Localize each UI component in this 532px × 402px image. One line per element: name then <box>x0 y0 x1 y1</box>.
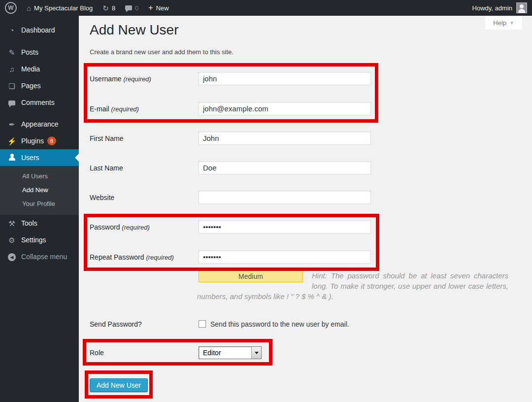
help-label: Help <box>493 19 506 27</box>
updates-link[interactable]: ↻ 8 <box>98 0 120 16</box>
sidebar-item-label: Tools <box>21 219 37 227</box>
sidebar-item-label: Appearance <box>21 120 59 128</box>
send-password-label: Send Password? <box>90 320 199 328</box>
admin-bar: W ⌂ My Spectacular Blog ↻ 8 0 + New Howd… <box>0 0 532 16</box>
wordpress-logo-menu[interactable]: W <box>0 0 22 16</box>
updates-icon: ↻ <box>102 4 109 12</box>
admin-sidebar: ◔ Dashboard ✎ Posts ♫ Media ❏ Pages Comm… <box>0 16 79 402</box>
wordpress-logo-icon: W <box>5 2 17 14</box>
sidebar-item-tools[interactable]: ⚒ Tools <box>0 215 79 232</box>
sidebar-item-comments[interactable]: Comments <box>0 94 79 111</box>
website-label: Website <box>90 194 199 201</box>
wrench-icon: ⚒ <box>7 220 17 227</box>
brush-icon: ✒ <box>7 121 17 128</box>
sidebar-item-label: Dashboard <box>21 26 55 34</box>
first-name-label: First Name <box>90 134 199 142</box>
site-name-link[interactable]: ⌂ My Spectacular Blog <box>22 0 98 16</box>
collapse-arrow-icon: ◀ <box>7 252 17 262</box>
sidebar-item-posts[interactable]: ✎ Posts <box>0 44 79 61</box>
plus-icon: + <box>148 4 153 12</box>
dashboard-icon: ◔ <box>7 27 17 34</box>
user-avatar[interactable] <box>516 2 527 13</box>
sidebar-item-label: Settings <box>21 236 46 244</box>
last-name-label: Last Name <box>90 164 199 172</box>
role-select[interactable]: Editor <box>199 346 262 359</box>
comments-bubble-icon <box>125 5 132 10</box>
sidebar-item-media[interactable]: ♫ Media <box>0 61 79 77</box>
settings-icon: ⚙ <box>7 236 17 244</box>
sidebar-item-settings[interactable]: ⚙ Settings <box>0 232 79 248</box>
sidebar-item-label: Collapse menu <box>21 253 67 261</box>
site-name-label: My Spectacular Blog <box>34 4 93 12</box>
username-label: Username (required) <box>90 75 199 83</box>
dropdown-arrow-icon <box>251 347 261 359</box>
website-input[interactable] <box>199 191 371 204</box>
page-subtitle: Create a brand new user and add them to … <box>90 48 233 56</box>
sidebar-item-label: Media <box>21 65 40 73</box>
repeat-password-input[interactable] <box>199 250 371 264</box>
password-label: Password (required) <box>90 223 199 231</box>
plugins-update-badge: 8 <box>47 136 56 145</box>
comments-icon <box>7 99 17 106</box>
sidebar-item-plugins[interactable]: ⚡ Plugins 8 <box>0 133 79 149</box>
sidebar-item-appearance[interactable]: ✒ Appearance <box>0 116 79 133</box>
submenu-item-add-new[interactable]: Add New <box>0 183 79 197</box>
sidebar-item-label: Comments <box>21 99 55 106</box>
comments-link[interactable]: 0 <box>120 0 143 16</box>
last-name-input[interactable] <box>199 161 371 174</box>
role-selected-value: Editor <box>199 347 251 359</box>
new-content-menu[interactable]: + New <box>143 0 173 16</box>
password-strength-meter: Medium <box>199 270 303 282</box>
add-new-user-button[interactable]: Add New User <box>90 378 148 392</box>
password-strength-area: Medium Hint: The password should be at l… <box>197 270 508 302</box>
pages-icon: ❏ <box>7 82 17 90</box>
users-icon <box>7 154 17 162</box>
send-password-checkbox[interactable] <box>199 320 206 328</box>
sidebar-item-users[interactable]: Users <box>0 149 79 166</box>
username-input[interactable] <box>199 72 371 85</box>
home-icon: ⌂ <box>27 4 31 12</box>
collapse-menu-button[interactable]: ◀ Collapse menu <box>0 248 79 265</box>
submenu-item-your-profile[interactable]: Your Profile <box>0 197 79 211</box>
sidebar-item-pages[interactable]: ❏ Pages <box>0 77 79 94</box>
email-label: E-mail (required) <box>90 105 199 113</box>
sidebar-item-label: Users <box>21 154 39 162</box>
chevron-down-icon: ▼ <box>509 20 514 26</box>
updates-count: 8 <box>112 4 115 12</box>
page-title: Add New User <box>90 22 179 38</box>
help-button[interactable]: Help ▼ <box>485 16 522 30</box>
media-icon: ♫ <box>7 66 17 73</box>
repeat-password-label: Repeat Password (required) <box>90 253 199 261</box>
first-name-input[interactable] <box>199 132 371 145</box>
sidebar-item-label: Plugins <box>21 137 44 145</box>
new-label: New <box>156 4 169 12</box>
main-content: Help ▼ Add New User Create a brand new u… <box>79 16 532 402</box>
users-submenu: All Users Add New Your Profile <box>0 166 79 215</box>
pushpin-icon: ✎ <box>7 49 17 56</box>
email-input[interactable] <box>199 102 371 115</box>
sidebar-item-label: Posts <box>21 48 38 56</box>
plugin-icon: ⚡ <box>7 137 17 145</box>
howdy-admin-label[interactable]: Howdy, admin <box>472 4 512 12</box>
send-password-checkbox-label: Send this password to the new user by em… <box>210 320 349 328</box>
password-input[interactable] <box>199 220 371 234</box>
submenu-item-all-users[interactable]: All Users <box>0 169 79 183</box>
comments-count: 0 <box>135 4 138 12</box>
sidebar-item-label: Pages <box>21 82 41 90</box>
sidebar-item-dashboard[interactable]: ◔ Dashboard <box>0 22 79 38</box>
role-label: Role <box>90 349 199 357</box>
